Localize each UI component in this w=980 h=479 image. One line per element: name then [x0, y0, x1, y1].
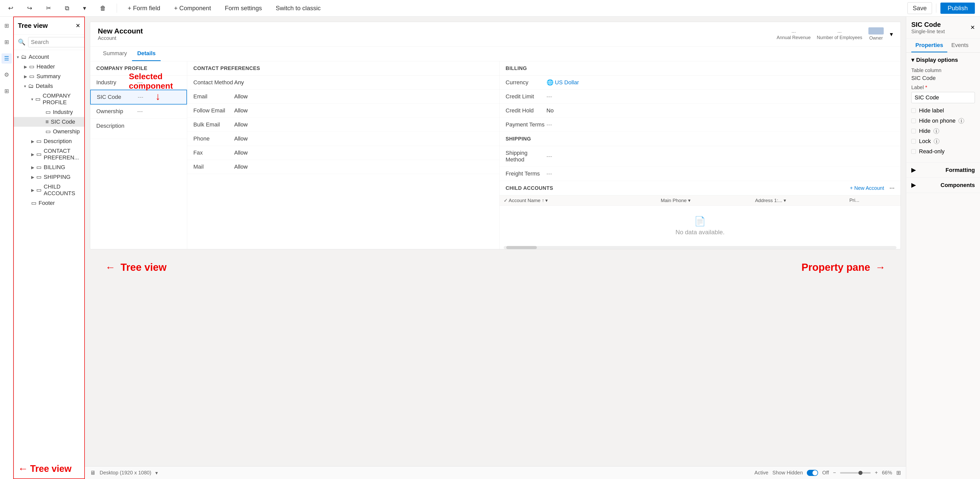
prop-close-button[interactable]: ✕ — [970, 24, 975, 31]
lock-info-icon[interactable]: ℹ — [934, 138, 939, 144]
tree-item-industry[interactable]: ▭ Industry — [14, 107, 84, 117]
filter-icon[interactable]: ▾ — [784, 198, 786, 203]
hide-phone-info-icon[interactable]: ℹ — [959, 118, 964, 124]
tab-details[interactable]: Details — [132, 46, 161, 61]
plus-zoom-icon[interactable]: + — [875, 470, 878, 476]
tree-item-child-accounts[interactable]: ▶ ▭ CHILD ACCOUNTS — [14, 182, 84, 198]
billing-title: BILLING — [500, 61, 901, 76]
save-button[interactable]: Save — [907, 2, 932, 14]
tree-item-sic-code[interactable]: ≡ SIC Code — [14, 117, 84, 127]
formatting-section[interactable]: ▶ Formatting — [906, 163, 980, 178]
tree-search: 🔍 ⊟ ▾ — [14, 35, 84, 50]
form-settings-button[interactable]: Form settings — [222, 3, 265, 13]
scrollbar-thumb[interactable] — [506, 246, 537, 249]
tree-item-footer[interactable]: ▭ Footer — [14, 198, 84, 208]
ownership-row: Ownership --- — [90, 105, 187, 119]
sort-icon[interactable]: ▾ — [545, 197, 548, 203]
tree-item-contact-pref[interactable]: ▶ ▭ CONTACT PREFEREN... — [14, 146, 84, 162]
section-icon: ▭ — [31, 200, 37, 207]
hide-info-icon[interactable]: ℹ — [934, 128, 939, 134]
mail-row: Mail Allow — [187, 160, 500, 174]
undo-button[interactable]: ↩ — [5, 3, 16, 13]
prop-tabs: Properties Events — [906, 39, 980, 53]
components-section[interactable]: ▶ Components — [906, 178, 980, 193]
annual-revenue-label: Annual Revenue — [777, 35, 811, 40]
hide-checkbox[interactable] — [911, 129, 916, 134]
component-button[interactable]: + Component — [171, 3, 214, 13]
no-data-area: 📄 No data available. — [500, 206, 901, 246]
tree-item-label: Account — [29, 54, 49, 60]
tree-item-company-profile[interactable]: ▾ ▭ COMPANY PROFILE — [14, 91, 84, 107]
tree-item-ownership[interactable]: ▭ Ownership — [14, 127, 84, 137]
industry-value: --- — [137, 79, 143, 86]
rail-apps-icon[interactable]: ⊞ — [2, 86, 12, 96]
zoom-slider[interactable] — [840, 472, 871, 474]
num-employees-label: Number of Employees — [817, 35, 862, 40]
new-account-button[interactable]: + New Account — [850, 185, 884, 191]
tree-item-summary[interactable]: ▶ ▭ Summary — [14, 72, 84, 81]
table-column-label: Table column — [911, 67, 975, 73]
formatting-label: Formatting — [945, 167, 975, 173]
show-hidden-toggle[interactable] — [807, 470, 818, 476]
display-options-title[interactable]: ▾ Display options — [911, 57, 975, 64]
tree-item-label: Industry — [53, 109, 73, 116]
desktop-chevron[interactable]: ▾ — [155, 470, 158, 476]
form-field-button[interactable]: + Form field — [125, 3, 163, 13]
desktop-icon: 🖥 — [90, 469, 95, 476]
tree-panel: Tree view ✕ 🔍 ⊟ ▾ ▾ 🗂 Account ▶ ▭ Header — [13, 17, 85, 479]
tree-close-button[interactable]: ✕ — [76, 22, 80, 29]
section-icon: ▭ — [36, 164, 41, 171]
table-column-value: SIC Code — [911, 75, 975, 81]
section-icon: ▭ — [29, 64, 35, 70]
chevron-right-icon: ▶ — [24, 64, 27, 69]
rail-layers-icon[interactable]: ☰ — [2, 53, 12, 64]
currency-value: 🌐 US Dollar — [547, 79, 579, 86]
collapse-icon: ▾ — [911, 57, 914, 64]
tree-item-details[interactable]: ▾ 🗂 Details — [14, 81, 84, 91]
hide-label-checkbox[interactable] — [911, 108, 916, 113]
rail-home-icon[interactable]: ⊞ — [2, 21, 12, 31]
label-input[interactable] — [911, 92, 975, 103]
lock-checkbox[interactable] — [911, 139, 916, 143]
folder-icon: 🗂 — [21, 54, 27, 60]
col-pri: Pri... — [849, 197, 896, 203]
tree-item-shipping[interactable]: ▶ ▭ SHIPPING — [14, 172, 84, 182]
main-layout: ⊞ ⊞ ☰ ⚙ ⊞ Tree view ✕ 🔍 ⊟ ▾ ▾ 🗂 Account … — [0, 17, 980, 479]
zoom-thumb[interactable] — [858, 471, 862, 475]
section-icon: ▭ — [29, 73, 35, 80]
publish-button[interactable]: Publish — [940, 3, 975, 14]
chevron-right-icon: ▶ — [31, 139, 34, 144]
bulk-email-label: Bulk Email — [193, 121, 234, 128]
horizontal-scrollbar[interactable] — [504, 246, 897, 249]
delete-button[interactable]: 🗑 — [97, 3, 109, 13]
more-options-icon[interactable]: ⋯ — [889, 185, 895, 191]
cut-button[interactable]: ✂ — [43, 3, 54, 13]
tree-search-input[interactable] — [28, 37, 85, 47]
read-only-row: Read-only — [911, 148, 975, 155]
no-data-text: No data available. — [676, 229, 725, 236]
minus-zoom-icon[interactable]: − — [833, 470, 836, 476]
more-button[interactable]: ▾ — [80, 3, 89, 13]
sic-code-row[interactable]: SIC Code --- — [90, 90, 187, 105]
sic-code-label: SIC Code — [97, 94, 138, 100]
tree-item-account[interactable]: ▾ 🗂 Account — [14, 52, 84, 62]
header-expand-button[interactable]: ▾ — [890, 31, 893, 38]
email-value: Allow — [234, 93, 248, 100]
copy-button[interactable]: ⧉ — [62, 3, 72, 13]
switch-classic-button[interactable]: Switch to classic — [273, 3, 324, 13]
tree-item-header[interactable]: ▶ ▭ Header — [14, 62, 84, 72]
prop-tab-events[interactable]: Events — [947, 39, 973, 53]
prop-tab-properties[interactable]: Properties — [911, 39, 947, 53]
redo-button[interactable]: ↪ — [24, 3, 35, 13]
tab-summary[interactable]: Summary — [98, 46, 132, 61]
hide-phone-checkbox[interactable] — [911, 119, 916, 123]
read-only-checkbox[interactable] — [911, 149, 916, 154]
email-label: Email — [193, 93, 234, 100]
tree-item-billing[interactable]: ▶ ▭ BILLING — [14, 162, 84, 172]
rail-settings-icon[interactable]: ⚙ — [2, 70, 12, 80]
tree-item-description[interactable]: ▶ ▭ Description — [14, 137, 84, 146]
filter-icon[interactable]: ▾ — [688, 198, 690, 203]
hide-phone-row: Hide on phone ℹ — [911, 118, 975, 124]
fit-icon[interactable]: ⊞ — [896, 469, 901, 476]
rail-grid-icon[interactable]: ⊞ — [2, 37, 12, 47]
